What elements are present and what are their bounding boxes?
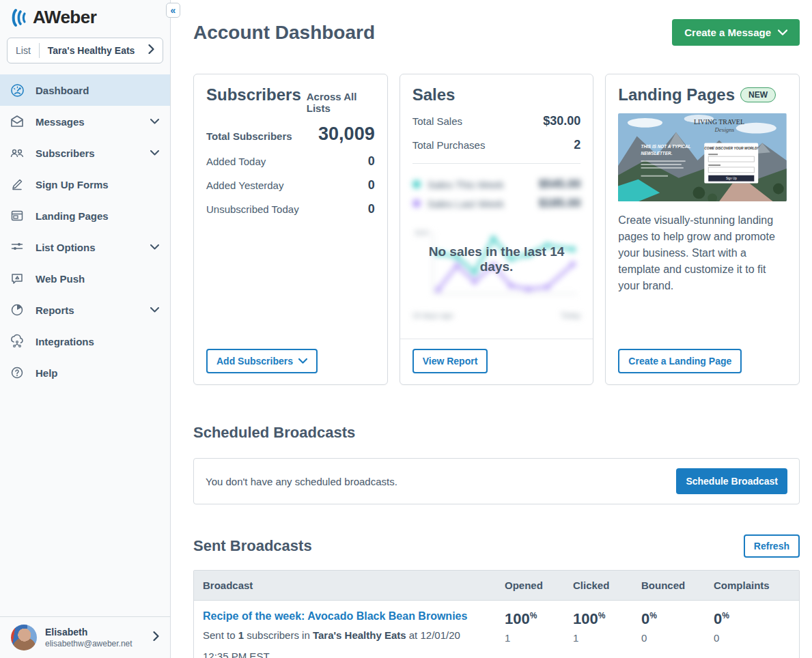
sent-broadcasts-table: Broadcast Opened Clicked Bounced Complai… bbox=[193, 570, 800, 658]
list-selector-label: List bbox=[16, 45, 39, 56]
people-icon bbox=[10, 145, 25, 160]
chevron-down-icon bbox=[150, 150, 159, 156]
sidebar-item-list-options[interactable]: List Options bbox=[0, 231, 170, 263]
add-subscribers-label: Add Subscribers bbox=[216, 356, 293, 367]
create-landing-page-button[interactable]: Create a Landing Page bbox=[618, 349, 742, 373]
svg-text:$150: $150 bbox=[415, 229, 429, 236]
user-account-button[interactable]: Elisabeth elisabethw@aweber.net bbox=[0, 616, 170, 658]
svg-text:COME DISCOVER YOUR WORLD!: COME DISCOVER YOUR WORLD! bbox=[705, 147, 759, 150]
broadcast-sent-info: Sent to 1 subscribers in Tara's Healthy … bbox=[203, 627, 505, 644]
legend-label: Sales Last Week bbox=[428, 198, 504, 210]
sidebar-nav: Dashboard Messages Subscribers bbox=[0, 74, 170, 388]
scheduled-broadcasts-panel: You don't have any scheduled broadcasts.… bbox=[193, 458, 800, 504]
list-selector[interactable]: List Tara's Healthy Eats bbox=[7, 38, 163, 63]
cloud-nodes-icon bbox=[10, 334, 25, 349]
clicked-count: 1 bbox=[573, 632, 641, 644]
legend-value: $185.00 bbox=[539, 197, 580, 210]
chevron-down-icon bbox=[150, 307, 159, 313]
sent-mid: subscribers in bbox=[244, 629, 313, 641]
sidebar: AWeber List Tara's Healthy Eats Dashboar… bbox=[0, 0, 171, 658]
broadcast-title-link[interactable]: Recipe of the week: Avocado Black Bean B… bbox=[203, 610, 505, 623]
view-report-button[interactable]: View Report bbox=[412, 349, 488, 373]
sales-card-body: Sales Total Sales $30.00 Total Purchases… bbox=[400, 74, 593, 339]
column-bounced: Bounced bbox=[641, 571, 714, 600]
sales-chart-blurred: Sales This Week $545.00 Sales Last Week … bbox=[412, 164, 581, 319]
sidebar-item-label: Reports bbox=[36, 304, 74, 316]
stat-value: 0 bbox=[368, 202, 375, 216]
clicked-cell: 100% 1 bbox=[573, 601, 641, 658]
sidebar-item-label: Web Push bbox=[36, 273, 85, 285]
scheduled-broadcasts-title: Scheduled Broadcasts bbox=[193, 424, 800, 442]
x-axis-left-label: 14 days ago bbox=[412, 311, 453, 319]
stat-label: Total Sales bbox=[412, 115, 462, 127]
landing-pages-card-title-row: Landing Pages NEW bbox=[618, 85, 787, 105]
opened-count: 1 bbox=[505, 632, 573, 644]
sidebar-item-label: Landing Pages bbox=[36, 210, 109, 222]
sliders-icon bbox=[10, 240, 25, 255]
add-subscribers-button[interactable]: Add Subscribers bbox=[206, 349, 318, 373]
clicked-percent: 100 bbox=[573, 610, 598, 627]
sidebar-item-dashboard[interactable]: Dashboard bbox=[0, 74, 170, 106]
sidebar-item-sign-up-forms[interactable]: Sign Up Forms bbox=[0, 169, 170, 200]
bounced-count: 0 bbox=[641, 632, 714, 644]
sidebar-item-reports[interactable]: Reports bbox=[0, 294, 170, 326]
stat-value: 0 bbox=[368, 178, 375, 192]
aweber-logo-text: AWeber bbox=[33, 7, 96, 28]
no-sales-message: No sales in the last 14 days. bbox=[412, 244, 581, 274]
view-report-label: View Report bbox=[423, 356, 478, 367]
create-message-button[interactable]: Create a Message bbox=[672, 19, 800, 46]
chat-bubble-icon bbox=[10, 271, 25, 286]
svg-text:LIVING TRAVEL: LIVING TRAVEL bbox=[694, 118, 744, 126]
sent-suffix: at 12/01/20 bbox=[406, 629, 460, 641]
subscribers-card-footer: Add Subscribers bbox=[194, 339, 387, 384]
complaints-percent: 0 bbox=[714, 610, 722, 627]
sales-chart-area: Sales This Week $545.00 Sales Last Week … bbox=[412, 163, 581, 339]
sales-chart-x-axis: 14 days ago Today bbox=[412, 311, 581, 319]
stat-label: Total Purchases bbox=[412, 139, 486, 151]
sent-prefix: Sent to bbox=[203, 629, 238, 641]
user-name: Elisabeth bbox=[45, 627, 132, 638]
sidebar-item-integrations[interactable]: Integrations bbox=[0, 326, 170, 357]
gauge-icon bbox=[10, 83, 25, 98]
legend-label: Sales This Week bbox=[428, 179, 504, 190]
stat-total-sales: Total Sales $30.00 bbox=[412, 114, 581, 128]
column-complaints: Complaints bbox=[714, 571, 799, 600]
legend-sales-this-week: Sales This Week $545.00 bbox=[412, 177, 581, 191]
app-window: AWeber List Tara's Healthy Eats Dashboar… bbox=[0, 0, 812, 658]
opened-cell: 100% 1 bbox=[505, 601, 573, 658]
svg-text:THIS IS NOT A TYPICAL: THIS IS NOT A TYPICAL bbox=[641, 144, 691, 149]
question-circle-icon bbox=[10, 365, 25, 380]
stat-value: $30.00 bbox=[543, 114, 580, 128]
sidebar-item-subscribers[interactable]: Subscribers bbox=[0, 137, 170, 169]
sidebar-collapse-button[interactable]: « bbox=[166, 3, 180, 18]
landing-pages-card: Landing Pages NEW bbox=[605, 74, 800, 385]
stat-value: 0 bbox=[368, 154, 375, 169]
sales-card-title: Sales bbox=[412, 85, 456, 104]
complaints-cell: 0% 0 bbox=[714, 601, 799, 658]
sales-card: Sales Total Sales $30.00 Total Purchases… bbox=[400, 74, 594, 385]
sidebar-item-messages[interactable]: Messages bbox=[0, 106, 170, 137]
sent-count: 1 bbox=[238, 629, 244, 641]
teal-dot-icon bbox=[412, 180, 421, 188]
user-email: elisabethw@aweber.net bbox=[45, 639, 132, 648]
chevron-down-icon bbox=[298, 358, 307, 364]
refresh-button[interactable]: Refresh bbox=[744, 534, 800, 558]
sidebar-item-web-push[interactable]: Web Push bbox=[0, 263, 170, 294]
subscribers-card-subtitle: Across All Lists bbox=[307, 91, 375, 114]
landing-pages-description: Create visually-stunning landing pages t… bbox=[618, 212, 787, 294]
envelope-icon bbox=[10, 114, 25, 129]
sent-broadcasts-header: Sent Broadcasts Refresh bbox=[193, 534, 800, 558]
bounced-percent: 0 bbox=[641, 610, 649, 627]
chevron-down-icon bbox=[778, 29, 787, 35]
svg-text:Designs: Designs bbox=[714, 126, 735, 133]
schedule-broadcast-button[interactable]: Schedule Broadcast bbox=[676, 468, 787, 494]
new-badge: NEW bbox=[740, 87, 776, 102]
bounced-cell: 0% 0 bbox=[641, 601, 714, 658]
sidebar-item-landing-pages[interactable]: Landing Pages bbox=[0, 200, 170, 231]
stat-value: 2 bbox=[574, 138, 580, 152]
stat-added-today: Added Today 0 bbox=[206, 154, 375, 169]
landing-page-preview-image: LIVING TRAVEL Designs THIS IS NOT A TYPI… bbox=[618, 113, 787, 201]
sidebar-item-help[interactable]: Help bbox=[0, 357, 170, 388]
svg-text:Sign Up: Sign Up bbox=[726, 177, 737, 180]
legend-sales-last-week: Sales Last Week $185.00 bbox=[412, 197, 581, 210]
